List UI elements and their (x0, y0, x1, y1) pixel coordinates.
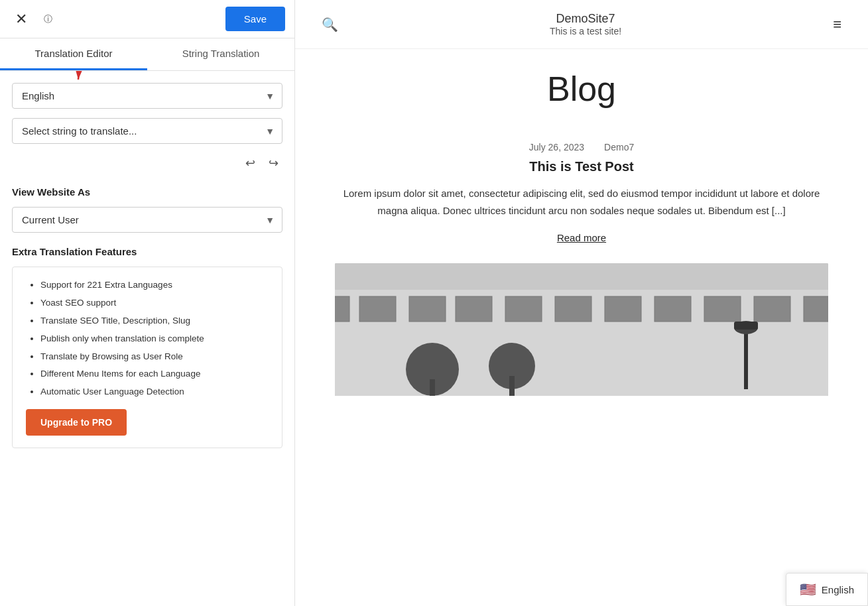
top-bar-left: ✕ ⓘ (9, 7, 60, 31)
left-panel: ✕ ⓘ Save Translation Editor String Trans… (0, 0, 295, 606)
close-button[interactable]: ✕ (9, 7, 33, 31)
svg-rect-6 (456, 296, 492, 322)
svg-rect-15 (430, 379, 435, 396)
save-button[interactable]: Save (225, 7, 285, 31)
view-website-as-label: View Website As (12, 186, 282, 198)
svg-rect-7 (505, 296, 542, 322)
post-author: Demo7 (604, 142, 634, 152)
list-item: Yoast SEO support (40, 297, 269, 310)
features-list: Support for 221 Extra Languages Yoast SE… (26, 279, 269, 398)
post-date: July 26, 2023 (529, 142, 584, 152)
svg-rect-11 (704, 296, 741, 322)
read-more-link[interactable]: Read more (335, 232, 828, 243)
info-button[interactable]: ⓘ (36, 7, 60, 31)
features-box: Support for 221 Extra Languages Yoast SE… (12, 267, 282, 448)
header-left: 🔍 (322, 17, 338, 32)
svg-rect-18 (744, 330, 748, 389)
undo-button[interactable]: ↩ (241, 153, 259, 173)
list-item: Translate by Browsing as User Role (40, 351, 269, 363)
tabs: Translation Editor String Translation (0, 38, 294, 71)
extra-features-label: Extra Translation Features (12, 246, 282, 257)
svg-rect-10 (654, 296, 691, 322)
post-title: This is Test Post (335, 159, 828, 174)
top-bar: ✕ ⓘ Save (0, 0, 294, 38)
svg-rect-8 (555, 296, 591, 322)
site-title-block: DemoSite7 This is a test site! (550, 12, 621, 36)
view-website-as-section: View Website As Current User ▼ (12, 186, 282, 233)
building-svg (335, 263, 828, 396)
svg-rect-12 (754, 296, 790, 322)
search-icon[interactable]: 🔍 (322, 17, 338, 32)
undo-redo-toolbar: ↩ ↪ (12, 153, 282, 173)
svg-rect-9 (605, 296, 641, 322)
svg-rect-4 (359, 296, 396, 322)
upgrade-button[interactable]: Upgrade to PRO (26, 409, 127, 436)
language-badge-label: English (822, 584, 854, 595)
site-subtitle: This is a test site! (550, 26, 621, 36)
svg-rect-20 (734, 322, 758, 330)
svg-rect-3 (335, 296, 349, 322)
hamburger-menu[interactable]: ≡ (833, 16, 841, 33)
list-item: Different Menu Items for each Language (40, 368, 269, 381)
building-illustration (335, 263, 828, 396)
right-panel: 🔍 DemoSite7 This is a test site! ≡ Blog … (295, 0, 868, 606)
post-excerpt: Lorem ipsum dolor sit amet, consectetur … (335, 185, 828, 219)
string-select[interactable]: Select string to translate... (12, 118, 282, 144)
list-item: Translate SEO Title, Description, Slug (40, 315, 269, 328)
blog-title: Blog (335, 69, 828, 109)
site-header: 🔍 DemoSite7 This is a test site! ≡ (295, 0, 868, 49)
post-image (335, 263, 828, 396)
tab-string-translation[interactable]: String Translation (147, 38, 294, 70)
language-badge[interactable]: 🇺🇸 English (786, 573, 868, 606)
list-item: Support for 221 Extra Languages (40, 279, 269, 292)
list-item: Automatic User Language Detection (40, 386, 269, 398)
view-as-dropdown-wrapper: Current User ▼ (12, 207, 282, 233)
site-name: DemoSite7 (550, 12, 621, 26)
panel-content: English ▼ Select string to translate... … (0, 71, 294, 606)
post-meta: July 26, 2023 Demo7 (335, 142, 828, 152)
redo-button[interactable]: ↪ (265, 153, 282, 173)
main-content: Blog July 26, 2023 Demo7 This is Test Po… (295, 49, 868, 606)
language-select[interactable]: English (12, 83, 282, 109)
tab-translation-editor[interactable]: Translation Editor (0, 38, 147, 70)
string-dropdown-wrapper: Select string to translate... ▼ (12, 118, 282, 144)
svg-rect-5 (409, 296, 446, 322)
svg-rect-17 (509, 376, 515, 396)
view-as-select[interactable]: Current User (12, 207, 282, 233)
list-item: Publish only when translation is complet… (40, 333, 269, 345)
extra-features-section: Extra Translation Features Support for 2… (12, 246, 282, 448)
svg-rect-13 (804, 296, 828, 322)
language-dropdown-wrapper: English ▼ (12, 83, 282, 109)
flag-icon: 🇺🇸 (800, 581, 816, 597)
